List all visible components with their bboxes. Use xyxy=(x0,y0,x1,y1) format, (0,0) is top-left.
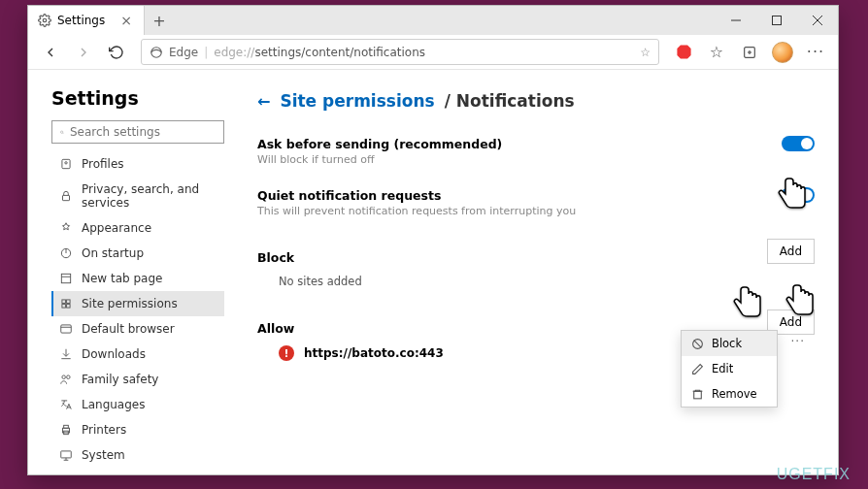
sidebar-item-default-browser[interactable]: Default browser xyxy=(51,316,224,342)
sidebar-item-label: Downloads xyxy=(82,347,146,361)
site-alert-icon: ! xyxy=(279,345,294,361)
address-brand: Edge xyxy=(169,46,198,59)
context-remove[interactable]: Remove xyxy=(682,381,777,407)
sidebar-item-family-safety[interactable]: Family safety xyxy=(51,367,224,392)
svg-point-26 xyxy=(67,375,71,379)
svg-line-11 xyxy=(63,133,64,134)
browser-window: Settings × + Edge | edge://settings/cont… xyxy=(27,5,839,475)
browser-tab[interactable]: Settings × xyxy=(28,6,145,35)
new-tab-button[interactable]: + xyxy=(145,6,174,35)
ask-before-sending-toggle[interactable] xyxy=(782,136,815,151)
svg-point-10 xyxy=(61,131,63,133)
block-add-button[interactable]: Add xyxy=(767,239,815,264)
sidebar-item-new-tab-page[interactable]: New tab page xyxy=(51,266,224,291)
svg-line-34 xyxy=(694,340,702,347)
svg-point-13 xyxy=(65,162,67,164)
sidebar-item-privacy-search-and-services[interactable]: Privacy, search, and services xyxy=(51,177,224,215)
permissions-icon xyxy=(59,297,73,310)
sidebar-item-label: Reset settings xyxy=(82,473,164,474)
sidebar-item-label: New tab page xyxy=(82,272,162,285)
search-icon xyxy=(60,126,64,139)
sidebar-item-appearance[interactable]: Appearance xyxy=(51,215,224,241)
power-icon xyxy=(59,246,73,260)
sidebar-item-label: Privacy, search, and services xyxy=(82,182,217,210)
breadcrumb-back-icon[interactable]: ← xyxy=(257,92,270,111)
edge-icon xyxy=(150,46,163,59)
back-button[interactable] xyxy=(36,38,65,67)
sidebar-item-site-permissions[interactable]: Site permissions xyxy=(51,291,224,316)
family-icon xyxy=(59,373,73,386)
search-settings[interactable] xyxy=(51,120,224,144)
svg-rect-21 xyxy=(62,305,65,309)
toolbar: Edge | edge://settings/content/notificat… xyxy=(28,35,838,70)
site-actions-button[interactable]: ··· xyxy=(791,335,805,348)
profile-icon xyxy=(59,157,73,171)
sidebar-item-profiles[interactable]: Profiles xyxy=(51,151,224,177)
allow-site-url: https://batoto.co:443 xyxy=(304,346,444,360)
breadcrumb-parent[interactable]: Site permissions xyxy=(280,91,434,111)
favorites-icon[interactable]: ☆ xyxy=(702,38,731,67)
address-url: edge://settings/content/notifications xyxy=(214,46,425,59)
lang-icon xyxy=(59,398,73,411)
sidebar-item-downloads[interactable]: Downloads xyxy=(51,342,224,367)
maximize-button[interactable] xyxy=(756,6,797,35)
collections-icon[interactable] xyxy=(735,38,764,67)
refresh-button[interactable] xyxy=(102,38,131,67)
svg-rect-35 xyxy=(694,391,702,399)
sidebar-item-on-startup[interactable]: On startup xyxy=(51,241,224,266)
sidebar-item-system[interactable]: System xyxy=(51,442,224,468)
context-block[interactable]: Block xyxy=(682,331,777,356)
sidebar-item-label: Default browser xyxy=(82,322,175,336)
lock-icon xyxy=(59,189,73,203)
reset-icon xyxy=(59,473,73,474)
menu-button[interactable]: ··· xyxy=(801,38,830,67)
quiet-requests-toggle[interactable] xyxy=(782,187,815,203)
sidebar-item-label: Printers xyxy=(82,423,126,437)
tab-close-icon[interactable]: × xyxy=(117,13,136,28)
svg-marker-6 xyxy=(677,45,690,58)
close-window-button[interactable] xyxy=(797,6,838,35)
sidebar-item-label: Appearance xyxy=(82,221,151,235)
sidebar-item-languages[interactable]: Languages xyxy=(51,392,224,417)
svg-rect-30 xyxy=(61,451,72,458)
svg-rect-14 xyxy=(63,195,70,200)
quiet-requests-title: Quiet notification requests xyxy=(257,188,441,203)
search-input[interactable] xyxy=(70,125,216,139)
system-icon xyxy=(59,448,73,462)
titlebar: Settings × + xyxy=(28,6,838,35)
quiet-requests-desc: This will prevent notification requests … xyxy=(257,205,815,217)
sidebar-item-label: Languages xyxy=(82,398,145,411)
appearance-icon xyxy=(59,221,73,235)
svg-point-0 xyxy=(43,18,47,22)
svg-rect-19 xyxy=(62,300,65,304)
svg-rect-17 xyxy=(61,274,70,282)
svg-rect-2 xyxy=(773,16,782,25)
sidebar-item-label: Site permissions xyxy=(82,297,178,310)
minimize-button[interactable] xyxy=(716,6,756,35)
block-empty-text: No sites added xyxy=(257,265,815,294)
svg-point-25 xyxy=(62,375,65,379)
sidebar-item-reset-settings[interactable]: Reset settings xyxy=(51,468,224,474)
browser-icon xyxy=(59,322,73,336)
newtab-icon xyxy=(59,272,73,285)
allow-section-title: Allow xyxy=(257,321,294,336)
favorite-icon[interactable]: ☆ xyxy=(640,46,651,59)
tab-title: Settings xyxy=(57,14,105,27)
site-context-menu: Block Edit Remove xyxy=(681,330,778,408)
breadcrumb: ← Site permissions / Notifications xyxy=(257,91,815,111)
forward-button[interactable] xyxy=(69,38,98,67)
block-icon xyxy=(691,338,704,350)
gear-icon xyxy=(38,14,51,27)
svg-rect-20 xyxy=(67,300,71,304)
context-edit[interactable]: Edit xyxy=(682,356,777,381)
adblock-icon[interactable] xyxy=(669,38,698,67)
settings-sidebar: Settings ProfilesPrivacy, search, and se… xyxy=(28,70,236,474)
sidebar-item-printers[interactable]: Printers xyxy=(51,417,224,442)
ask-before-sending-desc: Will block if turned off xyxy=(257,153,815,166)
svg-rect-23 xyxy=(61,325,72,333)
address-bar[interactable]: Edge | edge://settings/content/notificat… xyxy=(141,39,659,65)
sidebar-item-label: Family safety xyxy=(82,373,158,386)
svg-rect-28 xyxy=(64,425,69,428)
profile-avatar[interactable] xyxy=(768,38,797,67)
page-title: Settings xyxy=(51,87,224,109)
